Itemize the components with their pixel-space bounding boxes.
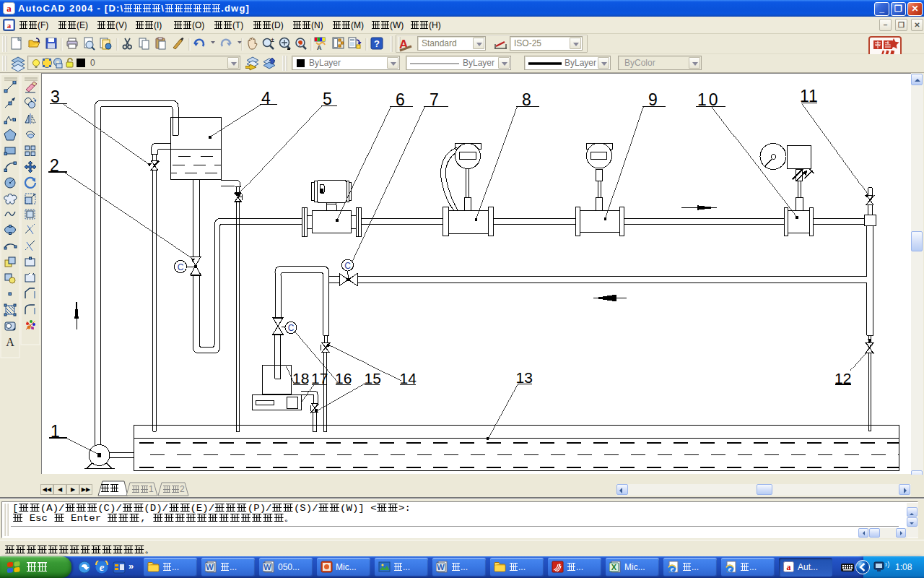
svg-text:C: C	[288, 323, 295, 333]
svg-text:2: 2	[50, 156, 59, 175]
svg-text:7: 7	[430, 90, 439, 109]
svg-text:13: 13	[516, 369, 533, 386]
svg-text:C: C	[178, 262, 184, 272]
svg-text:6: 6	[396, 90, 405, 109]
svg-text:11: 11	[800, 87, 819, 105]
svg-text:A: A	[317, 44, 322, 51]
svg-text:9: 9	[648, 90, 658, 109]
svg-text:4: 4	[261, 89, 271, 108]
svg-text:a: a	[6, 3, 12, 14]
svg-text:14: 14	[400, 370, 417, 387]
svg-text:17: 17	[311, 370, 328, 387]
svg-text:12: 12	[834, 370, 851, 387]
svg-text:1: 1	[51, 422, 60, 441]
svg-text:5: 5	[323, 90, 332, 108]
svg-text:15: 15	[365, 370, 381, 387]
svg-text:C: C	[344, 261, 351, 271]
svg-text:3: 3	[51, 87, 60, 106]
svg-text:a: a	[7, 21, 12, 30]
svg-text:?: ?	[374, 38, 380, 49]
svg-text:8: 8	[522, 90, 531, 109]
svg-text:16: 16	[335, 370, 352, 387]
svg-text:±: ±	[271, 36, 274, 43]
svg-text:A: A	[6, 336, 14, 348]
svg-text:18: 18	[292, 370, 309, 387]
svg-text:10: 10	[697, 90, 720, 109]
